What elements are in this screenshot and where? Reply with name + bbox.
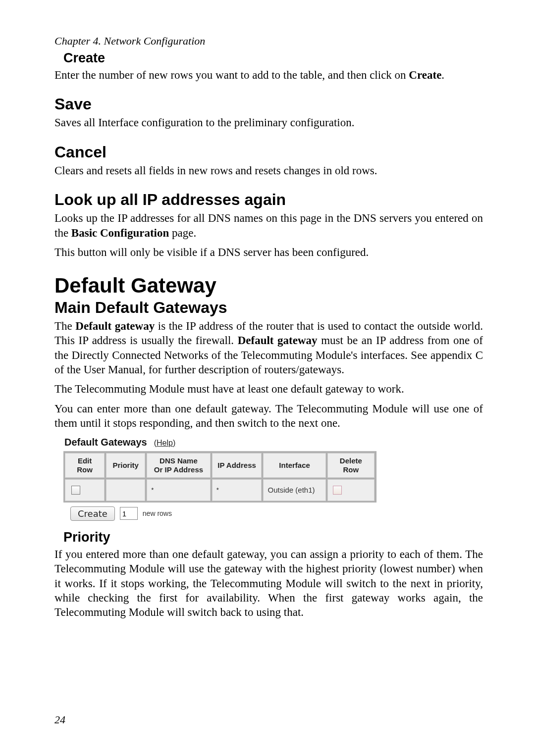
ip-address-cell: * — [212, 479, 262, 501]
dg-p2: The Telecommuting Module must have at le… — [54, 382, 483, 396]
lookup-p1-b: page. — [169, 227, 196, 239]
col-edit-row: Edit Row — [65, 453, 105, 478]
section-lookup-p1: Looks up the IP addresses for all DNS na… — [54, 211, 483, 240]
lookup-p1-bold: Basic Configuration — [71, 227, 169, 239]
dg-p1-bold1: Default gateway — [75, 320, 155, 332]
create-bold: Create — [409, 69, 441, 81]
section-lookup-title: Look up all IP addresses again — [54, 191, 483, 209]
col-interface: Interface — [263, 453, 325, 478]
new-rows-input[interactable] — [120, 507, 138, 520]
table-header-row: Edit Row Priority DNS Name Or IP Address… — [65, 453, 374, 478]
section-cancel-title: Cancel — [54, 143, 483, 161]
col-priority: Priority — [106, 453, 145, 478]
section-create-text: Enter the number of new rows you want to… — [54, 68, 483, 82]
new-rows-label: new rows — [143, 509, 172, 517]
gateways-table: Edit Row Priority DNS Name Or IP Address… — [63, 452, 376, 503]
dg-p1: The Default gateway is the IP address of… — [54, 319, 483, 377]
priority-cell — [106, 479, 145, 501]
create-text-a: Enter the number of new rows you want to… — [54, 69, 409, 81]
col-ip-address: IP Address — [212, 453, 262, 478]
col-delete-row: Delete Row — [327, 453, 374, 478]
section-lookup-p2: This button will only be visible if a DN… — [54, 245, 483, 259]
dg-p1-a: The — [54, 320, 75, 332]
col-dns-line2: Or IP Address — [154, 465, 203, 474]
widget-title: Default Gateways — [64, 437, 147, 448]
page-number: 24 — [54, 713, 65, 726]
section-cancel-text: Clears and resets all fields in new rows… — [54, 163, 483, 178]
dns-name-cell: * — [147, 479, 211, 501]
dg-p3: You can enter more than one default gate… — [54, 402, 483, 431]
dg-p1-bold2: Default gateway — [238, 334, 318, 347]
help-link[interactable]: (Help) — [154, 439, 176, 448]
create-row-controls: Create new rows — [63, 503, 376, 521]
delete-row-checkbox[interactable] — [333, 486, 342, 495]
interface-cell: Outside (eth1) — [263, 479, 325, 501]
priority-title: Priority — [63, 530, 483, 545]
default-gateway-title: Default Gateway — [54, 274, 483, 298]
priority-text: If you entered more than one default gat… — [54, 547, 483, 620]
section-save-text: Saves all Interface configuration to the… — [54, 115, 483, 130]
edit-row-checkbox[interactable] — [71, 486, 80, 495]
chapter-header: Chapter 4. Network Configuration — [54, 35, 483, 48]
section-save-title: Save — [54, 95, 483, 113]
col-dns-name: DNS Name Or IP Address — [147, 453, 211, 478]
table-row: * * Outside (eth1) — [65, 479, 374, 501]
section-create-title: Create — [63, 50, 483, 66]
main-default-gateways-title: Main Default Gateways — [54, 299, 483, 317]
default-gateways-widget: Default Gateways (Help) Edit Row Priorit… — [63, 436, 376, 521]
col-dns-line1: DNS Name — [160, 456, 198, 465]
create-button[interactable]: Create — [70, 506, 115, 521]
create-text-b: . — [441, 69, 444, 81]
